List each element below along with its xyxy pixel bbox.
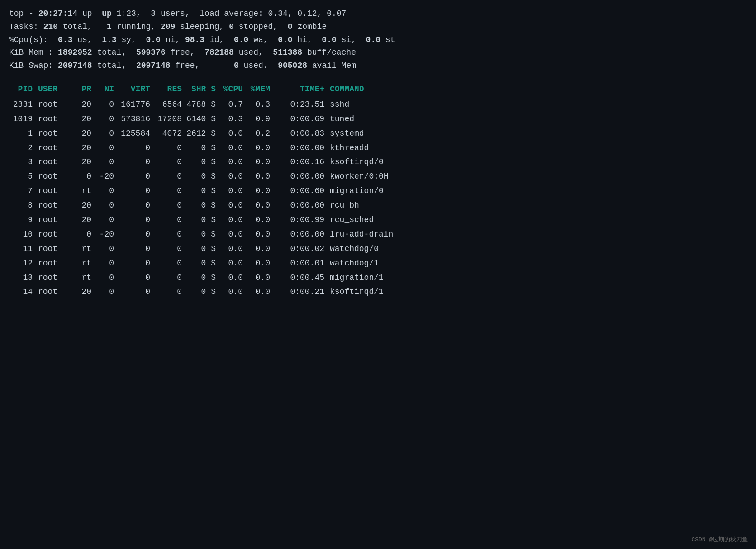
cell-ni: 0 — [95, 99, 118, 111]
cell-pr: 20 — [72, 113, 95, 126]
cell-virt: 0 — [118, 199, 154, 212]
cell-command: kthreadd — [328, 142, 747, 155]
cell-res: 0 — [154, 142, 185, 155]
header-prefix-1: top - — [9, 9, 38, 18]
tasks-zombie-label: zombie — [293, 22, 327, 31]
cell-time: 0:00.60 — [274, 185, 328, 198]
cell-command: migration/1 — [328, 272, 747, 284]
cell-cpu: 0.0 — [219, 199, 247, 212]
cpu-us-label: us, — [72, 35, 102, 44]
cell-pid: 10 — [9, 228, 36, 241]
cell-virt: 0 — [118, 286, 154, 298]
cpu-id: 98.3 — [185, 35, 204, 44]
cell-ni: 0 — [95, 286, 118, 298]
table-row: 10 root 0 -20 0 0 0 S 0.0 0.0 0:00.00 lr… — [9, 227, 747, 242]
cell-time: 0:00.02 — [274, 243, 328, 256]
cell-virt: 0 — [118, 156, 154, 169]
mem-total: 1892952 — [58, 48, 92, 57]
cell-shr-s: 0 S — [185, 228, 219, 241]
col-ni: NI — [95, 83, 118, 96]
cell-res: 0 — [154, 199, 185, 212]
cell-virt: 161776 — [118, 99, 154, 111]
tasks-stopped: 0 — [229, 22, 234, 31]
tasks-total-label: total, — [58, 22, 107, 31]
cell-command: lru-add-drain — [328, 228, 747, 241]
cell-virt: 0 — [118, 214, 154, 227]
header-load-label: load average: — [200, 9, 268, 18]
cell-command: systemd — [328, 128, 747, 140]
cell-pid: 14 — [9, 286, 36, 298]
cell-time: 0:00.01 — [274, 257, 328, 270]
table-row: 12 root rt 0 0 0 0 S 0.0 0.0 0:00.01 wat… — [9, 256, 747, 271]
mem-buff-label: buff/cache — [302, 48, 356, 57]
swap-avail-label: avail Mem — [307, 61, 356, 70]
table-row: 11 root rt 0 0 0 0 S 0.0 0.0 0:00.02 wat… — [9, 242, 747, 256]
cell-mem: 0.0 — [247, 228, 274, 241]
cell-shr-s: 0 S — [185, 199, 219, 212]
mem-free: 599376 — [136, 48, 166, 57]
cell-cpu: 0.0 — [219, 156, 247, 169]
cell-mem: 0.9 — [247, 113, 274, 126]
cell-user: root — [36, 185, 72, 198]
cell-pid: 5 — [9, 170, 36, 183]
cpu-wa-label: wa, — [248, 35, 278, 44]
cell-shr-s: 0 S — [185, 286, 219, 298]
swap-used: 0 — [234, 61, 239, 70]
cell-mem: 0.0 — [247, 286, 274, 298]
col-mem: %MEM — [247, 83, 274, 96]
cpu-sy: 1.3 — [102, 35, 116, 44]
col-pr: PR — [72, 83, 95, 96]
cell-time: 0:00.00 — [274, 142, 328, 155]
table-body: 2331 root 20 0 161776 6564 4788 S 0.7 0.… — [9, 98, 747, 299]
header-load-vals: 0.34, 0.12, 0.07 — [268, 9, 347, 18]
header-line-5: KiB Swap: 2097148 total, 2097148 free, 0… — [9, 59, 747, 72]
table-row: 5 root 0 -20 0 0 0 S 0.0 0.0 0:00.00 kwo… — [9, 170, 747, 184]
cell-time: 0:00.83 — [274, 128, 328, 140]
table-row: 2 root 20 0 0 0 0 S 0.0 0.0 0:00.00 kthr… — [9, 141, 747, 156]
cell-time: 0:00.16 — [274, 156, 328, 169]
cell-command: ksoftirqd/1 — [328, 286, 747, 298]
cell-cpu: 0.0 — [219, 272, 247, 284]
col-shr-s: SHR S — [185, 83, 219, 96]
cell-user: root — [36, 113, 72, 126]
cell-res: 0 — [154, 185, 185, 198]
cell-shr-s: 4788 S — [185, 99, 219, 111]
cell-virt: 0 — [118, 272, 154, 284]
cell-ni: 0 — [95, 156, 118, 169]
cpu-us: 0.3 — [58, 35, 72, 44]
table-row: 2331 root 20 0 161776 6564 4788 S 0.7 0.… — [9, 98, 747, 112]
cpu-hi: 0.0 — [278, 35, 292, 44]
cell-cpu: 0.0 — [219, 228, 247, 241]
cell-ni: 0 — [95, 272, 118, 284]
tasks-stopped-label: stopped, — [234, 22, 288, 31]
cpu-wa: 0.0 — [234, 35, 248, 44]
header-users: 3 users, — [141, 9, 200, 18]
col-cpu: %CPU — [219, 83, 247, 96]
cell-pr: 20 — [72, 214, 95, 227]
cell-pid: 3 — [9, 156, 36, 169]
cell-command: tuned — [328, 113, 747, 126]
cell-cpu: 0.0 — [219, 185, 247, 198]
cell-ni: 0 — [95, 128, 118, 140]
cpu-st: 0.0 — [366, 35, 380, 44]
cell-pid: 9 — [9, 214, 36, 227]
header-up: up — [77, 9, 97, 18]
cell-command: migration/0 — [328, 185, 747, 198]
cell-user: root — [36, 199, 72, 212]
cell-pid: 7 — [9, 185, 36, 198]
cpu-ni: 0.0 — [146, 35, 160, 44]
cell-command: watchdog/0 — [328, 243, 747, 256]
col-command: COMMAND — [328, 83, 747, 96]
table-row: 9 root 20 0 0 0 0 S 0.0 0.0 0:00.99 rcu_… — [9, 213, 747, 227]
cell-user: root — [36, 128, 72, 140]
cpu-si-label: si, — [337, 35, 366, 44]
table-row: 8 root 20 0 0 0 0 S 0.0 0.0 0:00.00 rcu_… — [9, 199, 747, 213]
cell-user: root — [36, 156, 72, 169]
cell-pr: 20 — [72, 156, 95, 169]
cell-mem: 0.0 — [247, 142, 274, 155]
watermark: CSDN @过期的秋刀鱼- — [691, 535, 751, 544]
cell-command: watchdog/1 — [328, 257, 747, 270]
cell-mem: 0.0 — [247, 257, 274, 270]
tasks-prefix: Tasks: — [9, 22, 43, 31]
cell-cpu: 0.0 — [219, 257, 247, 270]
